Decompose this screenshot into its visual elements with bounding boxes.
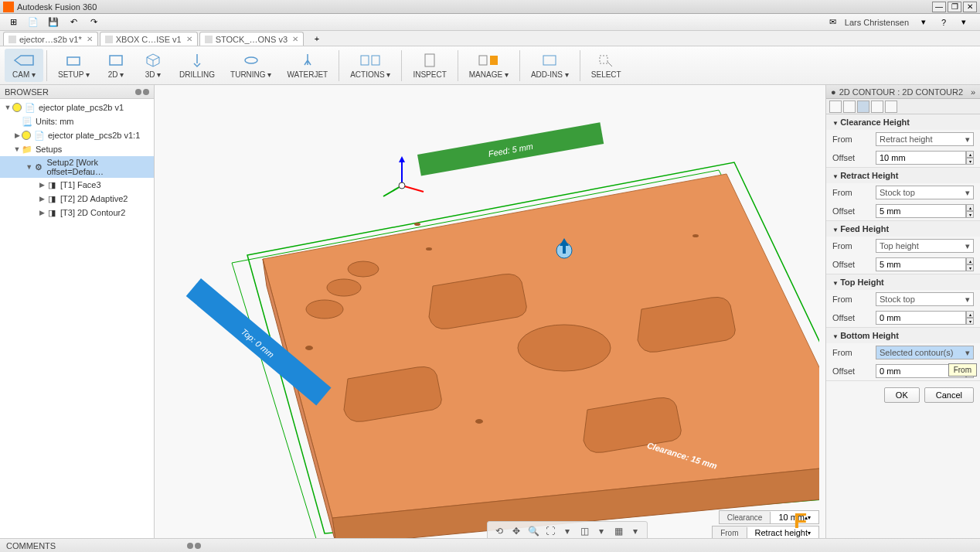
grid-icon[interactable]: ▦ [611,524,625,538]
cancel-button[interactable]: Cancel [924,387,974,403]
grid-icon[interactable]: ⊞ [5,15,22,29]
tree-item-component[interactable]: ▶ 📄 ejector plate_pcs2b v1:1 [0,128,154,142]
help-dropdown-icon[interactable]: ▾ [955,15,972,29]
zoom-dropdown-icon[interactable]: ▾ [560,524,574,538]
section-clearance-height: Clearance Height From Retract height▾ Of… [826,114,980,168]
tab-geometry-icon[interactable] [843,101,856,113]
ribbon-addins[interactable]: ADD-INS ▾ [523,49,577,82]
expand-icon[interactable]: ▼ [12,145,22,153]
ribbon-drilling[interactable]: DRILLING [172,49,223,82]
visibility-icon[interactable] [22,131,31,140]
tree-item-units[interactable]: 📃 Units: mm [0,114,154,128]
pan-icon[interactable]: ✥ [509,524,523,538]
visibility-icon[interactable] [12,103,22,112]
ribbon-waterjet[interactable]: WATERJET [279,49,335,82]
ribbon-inspect[interactable]: INSPECT [405,49,454,82]
expand-icon[interactable]: ▶ [37,181,46,189]
file-icon[interactable]: 📄 [25,15,42,29]
tab-stock[interactable]: STOCK_…ONS v3 ✕ [199,32,304,46]
spin-down-icon[interactable]: ▾ [966,264,974,271]
tab-xbox[interactable]: XBOX C…ISE v1 ✕ [100,32,198,46]
user-dropdown-icon[interactable]: ▾ [915,15,932,29]
tree-item-setups[interactable]: ▼ 📁 Setups [0,142,154,156]
tab-close-icon[interactable]: ✕ [292,35,298,43]
props-expand-icon[interactable]: » [971,87,975,97]
tree-item-op-face[interactable]: ▶ ◨ [T1] Face3 [0,178,154,192]
tree-item-op-contour[interactable]: ▶ ◨ [T3] 2D Contour2 [0,206,154,220]
section-header[interactable]: Retract Height [826,168,980,183]
workspace-cam[interactable]: CAM ▾ [5,49,43,82]
tree-item-root[interactable]: ▼ 📄 ejector plate_pcs2b v1 [0,101,154,114]
from-value[interactable]: Retract height▾ [747,526,818,539]
spin-down-icon[interactable]: ▾ [966,211,974,218]
actions-label: ACTIONS ▾ [350,70,390,79]
zoom-icon[interactable]: 🔍 [526,524,540,538]
browser-expand-icon[interactable] [135,89,141,95]
ribbon-actions[interactable]: ACTIONS ▾ [342,49,398,82]
browser-options-icon[interactable] [143,89,149,95]
save-icon[interactable]: 💾 [45,15,62,29]
props-title: 2D CONTOUR : 2D CONTOUR2 [839,87,963,97]
ok-button[interactable]: OK [884,387,920,403]
message-icon[interactable]: ✉ [825,15,842,29]
new-tab-icon[interactable]: + [308,32,325,46]
comments-expand-icon[interactable] [187,543,193,549]
tab-heights-icon[interactable] [857,101,869,113]
from-select[interactable]: Top height▾ [876,239,974,253]
close-button[interactable]: ✕ [963,2,977,12]
expand-icon[interactable]: ▶ [37,195,46,203]
help-icon[interactable]: ? [935,15,952,29]
model-view[interactable]: Feed: 5 mm Top: 0 mm Clearance: 15 mm [155,85,819,552]
ribbon-manage[interactable]: MANAGE ▾ [461,49,516,82]
section-header[interactable]: Bottom Height [826,328,980,343]
spin-up-icon[interactable]: ▴ [966,204,974,211]
expand-icon[interactable]: ▶ [37,209,46,216]
expand-icon[interactable]: ▶ [12,131,22,139]
offset-input[interactable]: 5 mm [876,204,966,218]
tab-close-icon[interactable]: ✕ [87,35,93,43]
section-header[interactable]: Feed Height [826,221,980,237]
spin-down-icon[interactable]: ▾ [966,158,974,165]
spin-up-icon[interactable]: ▴ [966,257,974,264]
ribbon-setup[interactable]: SETUP ▾ [50,49,97,82]
tab-ejector[interactable]: ejector…s2b v1* ✕ [3,32,98,46]
browser-title: BROWSER [5,87,49,97]
tab-passes-icon[interactable] [871,101,883,113]
ribbon-2d[interactable]: 2D ▾ [97,49,134,82]
tree-item-setup2[interactable]: ▼ ⚙ Setup2 [Work offset=Defau… [0,156,154,178]
comments-options-icon[interactable] [195,543,201,549]
ribbon-turning[interactable]: TURNING ▾ [223,49,279,82]
expand-icon[interactable]: ▼ [3,104,12,111]
from-select[interactable]: Stock top▾ [876,186,974,199]
display-dropdown-icon[interactable]: ▾ [594,524,608,538]
minimize-button[interactable]: — [932,2,946,12]
ribbon-3d[interactable]: 3D ▾ [134,49,172,82]
spin-down-icon[interactable]: ▾ [966,318,974,325]
tab-tool-icon[interactable] [829,101,842,113]
maximize-button[interactable]: ❐ [948,2,961,12]
fit-icon[interactable]: ⛶ [543,524,557,538]
spin-up-icon[interactable]: ▴ [966,311,974,318]
section-header[interactable]: Top Height [826,274,980,290]
redo-icon[interactable]: ↷ [85,15,102,29]
display-icon[interactable]: ◫ [577,524,591,538]
spin-up-icon[interactable]: ▴ [966,151,974,158]
offset-input[interactable]: 5 mm [876,257,966,271]
from-select[interactable]: Retract height▾ [876,132,974,146]
section-header[interactable]: Clearance Height [826,114,980,130]
ribbon-separator [339,50,339,81]
tab-close-icon[interactable]: ✕ [186,35,192,43]
ribbon-select[interactable]: SELECT [584,49,629,82]
orbit-icon[interactable]: ⟲ [492,524,506,538]
tree-item-op-adaptive[interactable]: ▶ ◨ [T2] 2D Adaptive2 [0,192,154,206]
user-name[interactable]: Lars Christensen [845,18,909,27]
tab-linking-icon[interactable] [885,101,897,113]
undo-icon[interactable]: ↶ [65,15,82,29]
expand-icon[interactable]: ▼ [25,163,33,171]
grid-dropdown-icon[interactable]: ▾ [628,524,642,538]
from-select[interactable]: Selected contour(s)▾ [876,346,974,359]
offset-input[interactable]: 0 mm [876,311,966,325]
from-select[interactable]: Stock top▾ [876,292,974,306]
svg-point-22 [305,346,313,350]
offset-input[interactable]: 10 mm [876,151,966,165]
